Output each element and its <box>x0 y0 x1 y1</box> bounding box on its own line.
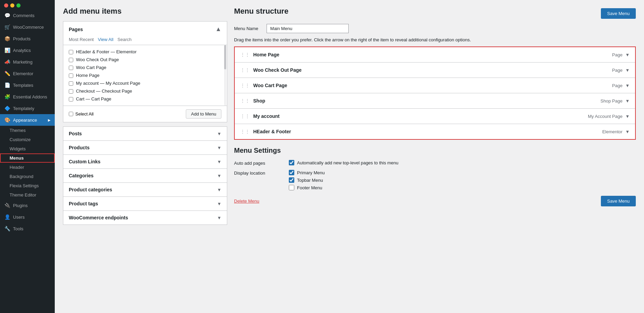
save-menu-button-bottom[interactable]: Save Menu <box>601 196 636 206</box>
pages-tab-search[interactable]: Search <box>117 37 131 42</box>
left-panel: Add menu items Pages ▲ Most Recent View … <box>63 7 227 225</box>
pages-tab-view-all[interactable]: View All <box>98 37 113 42</box>
appearance-icon: 🎨 <box>4 117 10 123</box>
traffic-lights <box>0 0 55 10</box>
topbar-menu-checkbox[interactable] <box>289 177 294 183</box>
sidebar-sub-item-header[interactable]: Header <box>0 163 55 172</box>
add-to-menu-button[interactable]: Add to Menu <box>186 109 221 119</box>
page-checkbox-0[interactable] <box>69 50 73 54</box>
drag-handle-3[interactable]: ⋮⋮ <box>240 98 250 104</box>
page-item: Woo Cart Page <box>69 64 221 71</box>
menu-item-right-0: Page ▼ <box>612 52 630 57</box>
accordion-items: Posts ▼ Products ▼ Custom Links ▼ <box>63 126 227 225</box>
auto-add-pages-label: Auto add pages <box>234 160 282 166</box>
menu-name-input[interactable] <box>267 24 349 33</box>
menu-item-0: ⋮⋮ Home Page Page ▼ <box>235 47 635 63</box>
content-layout: Add menu items Pages ▲ Most Recent View … <box>63 7 636 225</box>
menu-item-chevron-5[interactable]: ▼ <box>625 129 630 134</box>
sidebar-sub-item-widgets[interactable]: Widgets <box>0 144 55 153</box>
sidebar-sub-item-theme-editor[interactable]: Theme Editor <box>0 190 55 200</box>
drag-handle-0[interactable]: ⋮⋮ <box>240 52 250 57</box>
accordion-woocommerce-endpoints-header[interactable]: WooCommerce endpoints ▼ <box>63 211 227 224</box>
sidebar-sub-item-customize[interactable]: Customize <box>0 135 55 144</box>
plugins-icon: 🔌 <box>4 202 10 208</box>
primary-menu-checkbox[interactable] <box>289 170 294 175</box>
accordion-posts-header[interactable]: Posts ▼ <box>63 127 227 140</box>
sidebar-sub-item-themes[interactable]: Themes <box>0 126 55 135</box>
save-menu-button-top[interactable]: Save Menu <box>601 8 636 19</box>
analytics-icon: 📊 <box>4 47 10 53</box>
display-location-row: Display location Primary Menu Topbar Men… <box>234 170 636 190</box>
sidebar-item-essential-addons[interactable]: 🧩 Essential Addons <box>0 91 55 103</box>
sidebar-item-elementor[interactable]: ✏️ Elementor <box>0 68 55 79</box>
accordion-products-header[interactable]: Products ▼ <box>63 141 227 154</box>
sidebar-item-templates[interactable]: 📄 Templates <box>0 79 55 91</box>
page-checkbox-4[interactable] <box>69 81 73 86</box>
accordion-product-tags-header[interactable]: Product tags ▼ <box>63 197 227 210</box>
menu-item-left-3: ⋮⋮ Shop <box>240 98 265 104</box>
drag-handle-5[interactable]: ⋮⋮ <box>240 129 250 134</box>
drag-handle-4[interactable]: ⋮⋮ <box>240 113 250 119</box>
add-menu-items-title: Add menu items <box>63 7 227 16</box>
sidebar-sub-item-flexia-settings[interactable]: Flexia Settings <box>0 181 55 190</box>
accordion-categories-header[interactable]: Categories ▼ <box>63 169 227 182</box>
menu-item-1: ⋮⋮ Woo Check Out Page Page ▼ <box>235 63 635 78</box>
menu-item-chevron-2[interactable]: ▼ <box>625 83 630 88</box>
accordion-product-tags: Product tags ▼ <box>63 197 227 211</box>
elementor-icon: ✏️ <box>4 70 10 77</box>
menu-item-3: ⋮⋮ Shop Shop Page ▼ <box>235 93 635 109</box>
products-chevron-icon: ▼ <box>217 145 221 150</box>
drag-handle-1[interactable]: ⋮⋮ <box>240 67 250 73</box>
menu-item-chevron-4[interactable]: ▼ <box>625 114 630 119</box>
sidebar-item-woocommerce[interactable]: 🛒 WooCommerce <box>0 21 55 33</box>
accordion-product-categories-header[interactable]: Product categories ▼ <box>63 183 227 196</box>
sidebar-item-plugins[interactable]: 🔌 Plugins <box>0 200 55 211</box>
sidebar-item-marketing[interactable]: 📣 Marketing <box>0 56 55 68</box>
sidebar-sub-item-background[interactable]: Background <box>0 172 55 181</box>
page-checkbox-1[interactable] <box>69 58 73 62</box>
page-checkbox-5[interactable] <box>69 89 73 94</box>
sidebar-sub-item-menus[interactable]: Menus <box>0 153 55 163</box>
delete-menu-link[interactable]: Delete Menu <box>234 199 259 204</box>
page-item: Cart — Cart Page <box>69 95 221 103</box>
sidebar-item-products[interactable]: 📦 Products <box>0 33 55 44</box>
drag-hint: Drag the items into the order you prefer… <box>234 37 636 42</box>
categories-chevron-icon: ▼ <box>217 173 221 178</box>
pages-section: Pages ▲ Most Recent View All Search HEad… <box>63 21 227 122</box>
pages-toggle-icon[interactable]: ▲ <box>215 26 221 33</box>
page-checkbox-3[interactable] <box>69 73 73 78</box>
pages-section-header: Pages ▲ <box>63 22 227 37</box>
comments-icon: 💬 <box>4 12 10 18</box>
accordion-custom-links-header[interactable]: Custom Links ▼ <box>63 155 227 168</box>
menu-item-right-1: Page ▼ <box>612 68 630 73</box>
scroll-track <box>224 45 226 106</box>
traffic-light-red[interactable] <box>4 3 8 8</box>
accordion-products: Products ▼ <box>63 141 227 155</box>
sidebar-item-comments[interactable]: 💬 Comments <box>0 10 55 21</box>
sidebar-item-appearance[interactable]: 🎨 Appearance ▶ <box>0 114 55 126</box>
pages-tab-most-recent[interactable]: Most Recent <box>69 37 94 42</box>
sidebar-item-templately[interactable]: 🔷 Templately <box>0 103 55 114</box>
sidebar-item-analytics[interactable]: 📊 Analytics <box>0 44 55 56</box>
sidebar: 💬 Comments 🛒 WooCommerce 📦 Products 📊 An… <box>0 0 55 313</box>
auto-add-pages-checkbox[interactable] <box>289 160 294 165</box>
menu-item-chevron-1[interactable]: ▼ <box>625 68 630 73</box>
appearance-arrow: ▶ <box>48 118 51 122</box>
select-all-checkbox[interactable] <box>69 112 73 116</box>
menu-item-chevron-0[interactable]: ▼ <box>625 52 630 57</box>
accordion-custom-links: Custom Links ▼ <box>63 155 227 169</box>
menu-item-right-3: Shop Page ▼ <box>601 98 630 104</box>
drag-handle-2[interactable]: ⋮⋮ <box>240 83 250 88</box>
footer-menu-checkbox[interactable] <box>289 185 294 190</box>
menu-item-chevron-3[interactable]: ▼ <box>625 98 630 104</box>
traffic-light-green[interactable] <box>16 3 21 8</box>
pages-section-title: Pages <box>69 27 83 32</box>
sidebar-item-users[interactable]: 👤 Users <box>0 211 55 223</box>
page-checkbox-2[interactable] <box>69 66 73 70</box>
page-checkbox-6[interactable] <box>69 97 73 101</box>
auto-add-pages-row: Auto add pages Automatically add new top… <box>234 160 636 166</box>
products-icon: 📦 <box>4 36 10 42</box>
traffic-light-yellow[interactable] <box>10 3 14 8</box>
scroll-thumb <box>224 45 226 69</box>
sidebar-item-tools[interactable]: 🔧 Tools <box>0 223 55 234</box>
